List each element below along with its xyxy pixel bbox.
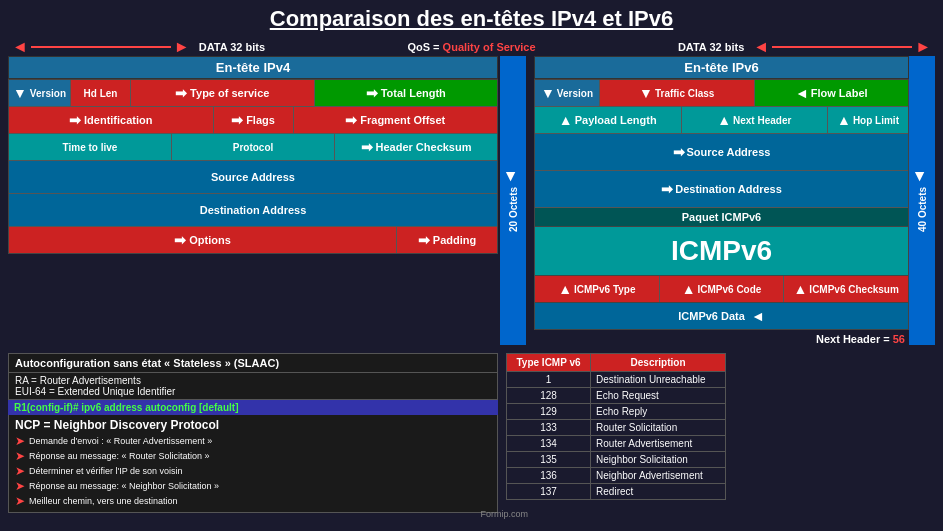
page-title: Comparaison des en-têtes IPv4 et IPv6	[0, 0, 943, 36]
ncp-arrow-2: ➤	[15, 449, 25, 463]
ipv6-sourceaddr-label: Source Address	[687, 146, 771, 158]
ipv6-row-paquet: Paquet ICMPv6	[535, 208, 908, 226]
sourceaddr-label: Source Address	[211, 171, 295, 183]
icmp-desc-cell: Destination Unreachable	[591, 372, 726, 388]
icmpv6-code-field: ▲ ICMPv6 Code	[660, 276, 785, 302]
formip-label: Formip.com	[480, 509, 528, 519]
version-label: Version	[30, 88, 66, 99]
icmpv6-data-row: ICMPv6 Data ◄	[534, 303, 909, 330]
ncp-item-3: ➤ Déterminer et vérifier l'IP de son voi…	[15, 464, 491, 478]
ipv6-row-3: ➡ Source Address	[535, 134, 908, 171]
ipv6-payloadlength: ▲ Payload Length	[535, 107, 682, 133]
icmp-desc-cell: Redirect	[591, 484, 726, 500]
icmp-desc-cell: Echo Reply	[591, 404, 726, 420]
icmp-desc-cell: Neighbor Advertisement	[591, 468, 726, 484]
ipv4-flags: ➡ Flags	[214, 107, 294, 133]
ipv6-nextheader: ▲ Next Header	[682, 107, 829, 133]
ipv6-row-4: ➡ Destination Address	[535, 171, 908, 208]
icmp-col2-header: Description	[591, 354, 726, 372]
ncp-title: NCP = Neighbor Discovery Protocol	[15, 418, 491, 432]
ncp-item-4-label: Réponse au message: « Neighbor Solicitat…	[29, 481, 219, 491]
icmpv6-checksum-label: ICMPv6 Checksum	[809, 284, 898, 295]
ipv4-padding: ➡ Padding	[397, 227, 497, 253]
left-arrow: ◄ ► DATA 32 bits	[12, 38, 265, 56]
ipv6-section: En-tête IPv6 ▼ Version ▼ Traffic Class	[534, 56, 935, 345]
icmp-type-cell: 129	[507, 404, 591, 420]
ipv4-row-5: Destination Address	[9, 194, 497, 227]
data-arrows-row: ◄ ► DATA 32 bits QoS = Quality of Servic…	[0, 36, 943, 56]
ncp-item-5-label: Meilleur chemin, vers une destination	[29, 496, 178, 506]
destaddr-label: Destination Address	[200, 204, 307, 216]
icmpv6-data-label: ICMPv6 Data	[678, 310, 745, 322]
trafficclass-label: Traffic Class	[655, 88, 714, 99]
ipv4-hdlen: Hd Len	[71, 80, 131, 106]
ipv4-row-2: ➡ Identification ➡ Flags ➡ Fragment Offs…	[9, 107, 497, 134]
ipv4-row-1: ▼ Version Hd Len ➡ Type of service ➡ T	[9, 80, 497, 107]
ncp-title-text: NCP = Neighbor Discovery Protocol	[15, 418, 219, 432]
hdlen-label: Hd Len	[84, 88, 118, 99]
top-section: En-tête IPv4 ▼ Version Hd Len ➡ Ty	[0, 56, 943, 345]
ra-label: RA = Router Advertisements	[15, 375, 491, 386]
icmp-type-cell: 1	[507, 372, 591, 388]
ncp-item-1-label: Demande d'envoi : « Router Advertissemen…	[29, 436, 212, 446]
icmp-table-row: 135Neighbor Solicitation	[507, 452, 726, 468]
ipv4-section: En-tête IPv4 ▼ Version Hd Len ➡ Ty	[8, 56, 526, 345]
protocol-label: Protocol	[233, 142, 274, 153]
ipv4-sourceaddr: Source Address	[9, 161, 497, 193]
paquet-icmpv6-label: Paquet ICMPv6	[535, 208, 908, 226]
ipv4-grid: ▼ Version Hd Len ➡ Type of service ➡ T	[8, 79, 498, 254]
ipv6-hoplimit: ▲ Hop Limit	[828, 107, 908, 133]
ipv6-destaddr: ➡ Destination Address	[535, 171, 908, 207]
ipv4-fragoffset: ➡ Fragment Offset	[294, 107, 498, 133]
icmpv6-code-label: ICMPv6 Code	[697, 284, 761, 295]
eui-label: EUI-64 = Extended Unique Identifier	[15, 386, 491, 397]
ipv4-row-6: ➡ Options ➡ Padding	[9, 227, 497, 253]
ipv6-grid: ▼ Version ▼ Traffic Class ◄ Flow Label	[534, 79, 909, 227]
headerchecksum-label: Header Checksum	[376, 141, 472, 153]
page: Comparaison des en-têtes IPv4 et IPv6 ◄ …	[0, 0, 943, 531]
bottom-section: Autoconfiguration sans état « Stateless …	[0, 349, 943, 513]
timetolive-label: Time to live	[63, 142, 118, 153]
ipv4-octets-label: 20 Octets ▲	[500, 56, 526, 345]
ncp-item-4: ➤ Réponse au message: « Neighbor Solicit…	[15, 479, 491, 493]
icmp-table-row: 1Destination Unreachable	[507, 372, 726, 388]
icmp-type-cell: 137	[507, 484, 591, 500]
ipv4-headerchecksum: ➡ Header Checksum	[335, 134, 497, 160]
ncp-items-list: ➤ Demande d'envoi : « Router Advertissem…	[15, 434, 491, 508]
nextheader-label: Next Header	[733, 115, 791, 126]
icmp-type-cell: 133	[507, 420, 591, 436]
fragoffset-label: Fragment Offset	[360, 114, 445, 126]
ipv6-version-label: Version	[557, 88, 593, 99]
ipv6-grid-section: En-tête IPv6 ▼ Version ▼ Traffic Class	[534, 56, 909, 345]
ncp-arrow-1: ➤	[15, 434, 25, 448]
ipv6-row-1: ▼ Version ▼ Traffic Class ◄ Flow Label	[535, 80, 908, 107]
icmp-table-row: 137Redirect	[507, 484, 726, 500]
right-arrow: DATA 32 bits ◄ ►	[678, 38, 931, 56]
ipv4-destaddr: Destination Address	[9, 194, 497, 226]
ncp-arrow-3: ➤	[15, 464, 25, 478]
icmp-type-cell: 128	[507, 388, 591, 404]
icmpv6-fields-row: ▲ ICMPv6 Type ▲ ICMPv6 Code ▲ ICMPv6 Che…	[534, 276, 909, 303]
ipv4-protocol: Protocol	[172, 134, 335, 160]
icmp-table-row: 128Echo Request	[507, 388, 726, 404]
icmp-type-cell: 134	[507, 436, 591, 452]
ncp-item-1: ➤ Demande d'envoi : « Router Advertissem…	[15, 434, 491, 448]
icmp-type-cell: 135	[507, 452, 591, 468]
ncp-arrow-4: ➤	[15, 479, 25, 493]
slaac-box: Autoconfiguration sans état « Stateless …	[8, 353, 498, 513]
ipv4-row-4: Source Address	[9, 161, 497, 194]
icmp-col1-header: Type ICMP v6	[507, 354, 591, 372]
hoplimit-label: Hop Limit	[853, 115, 899, 126]
icmp-desc-cell: Echo Request	[591, 388, 726, 404]
ipv6-sourceaddr: ➡ Source Address	[535, 134, 908, 170]
ipv4-identification: ➡ Identification	[9, 107, 214, 133]
payloadlength-label: Payload Length	[575, 114, 657, 126]
icmp-table: Type ICMP v6 Description 1Destination Un…	[506, 353, 726, 500]
ncp-section: NCP = Neighbor Discovery Protocol ➤ Dema…	[8, 415, 498, 513]
ipv4-options: ➡ Options	[9, 227, 397, 253]
ipv4-row-3: Time to live Protocol ➡ Header Checksum	[9, 134, 497, 161]
icmp-table-row: 136Neighbor Advertisement	[507, 468, 726, 484]
totallength-label: Total Length	[381, 87, 446, 99]
next-header-label-text: Next Header = 56	[816, 333, 905, 345]
ipv6-version: ▼ Version	[535, 80, 600, 106]
